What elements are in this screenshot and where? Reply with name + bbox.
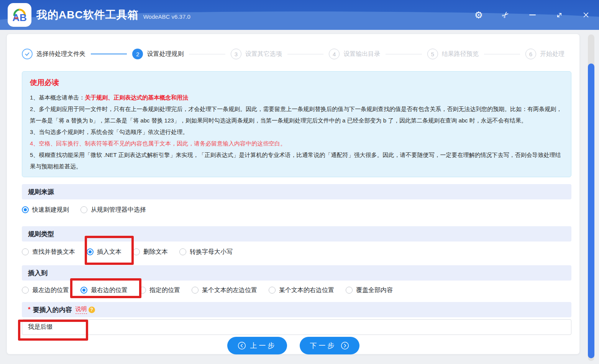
explain-link[interactable]: 说明 xyxy=(75,305,87,314)
app-logo-icon: AB xyxy=(8,3,31,27)
radio-dot xyxy=(269,287,276,294)
insert-position-options: 最左边的位置 最右边的位置 指定的位置 某个文本的左边位置 某个文本的右边位置 … xyxy=(22,285,571,295)
required-asterisk: * xyxy=(28,306,31,313)
step-number: 3 xyxy=(231,49,241,59)
titlebar: AB 我的ABC软件工具箱 WodeABC v6.37.0 ⚙ ✂ xyxy=(0,0,599,30)
wizard-step-3[interactable]: 3 设置其它选项 xyxy=(231,49,282,59)
radio-insert-text[interactable]: 插入文本 xyxy=(87,248,121,256)
step-connector xyxy=(386,54,422,54)
radio-dot xyxy=(22,287,29,294)
step-number: 4 xyxy=(329,49,340,59)
rule-type-options: 查找并替换文本 插入文本 删除文本 转换字母大小写 xyxy=(22,247,571,257)
section-header-insert-content: * 要插入的内容 说明 ? xyxy=(22,302,571,317)
radio-dot xyxy=(192,287,199,294)
concept-help-link[interactable]: 关于规则、正则表达式的基本概念和用法 xyxy=(85,94,188,101)
radio-dot xyxy=(346,287,353,294)
prev-step-button[interactable]: 上一步 xyxy=(227,337,287,354)
rule-source-options: 快速新建规则 从规则管理器中选择 xyxy=(22,205,571,215)
close-button[interactable] xyxy=(579,8,593,22)
chevron-left-circle-icon xyxy=(238,341,246,350)
notice-line-4: 4、空格、回车换行、制表符等看不见的内容也属于文本，因此，请务必留意输入内容中的… xyxy=(30,138,563,149)
notice-line-2: 2、多个规则应用于同一文件时，只有在上一条规则处理完后，才会处理下一条规则。因此… xyxy=(30,103,563,126)
radio-dot xyxy=(139,287,146,294)
notice-line-5: 5、模糊查找功能采用「微软 .NET 正则表达式解析引擎」来实现，「正则表达式」… xyxy=(30,149,563,172)
wizard-step-5[interactable]: 5 结果路径预览 xyxy=(427,49,479,59)
section-header-rule-type: 规则类型 xyxy=(22,226,571,242)
radio-dot xyxy=(87,248,94,255)
chevron-right-circle-icon xyxy=(341,341,349,350)
minimize-icon xyxy=(529,15,536,15)
radio-leftmost-position[interactable]: 最左边的位置 xyxy=(22,286,69,294)
notice-line-1: 1、基本概念请单击：关于规则、正则表达式的基本概念和用法 xyxy=(30,92,563,103)
notice-title: 使用必读 xyxy=(30,78,563,88)
close-icon xyxy=(583,11,589,18)
wizard-step-4[interactable]: 4 设置输出目录 xyxy=(329,49,380,59)
notice-box: 使用必读 1、基本概念请单击：关于规则、正则表达式的基本概念和用法 2、多个规则… xyxy=(22,71,571,177)
radio-dot xyxy=(133,248,140,255)
radio-dot xyxy=(22,206,29,213)
radio-find-replace-text[interactable]: 查找并替换文本 xyxy=(22,248,75,256)
step-connector xyxy=(189,54,225,54)
notice-line-3: 3、当勾选多个规则时，系统会按「勾选顺序」依次进行处理。 xyxy=(30,126,563,138)
radio-right-of-text[interactable]: 某个文本的右边位置 xyxy=(269,286,334,294)
svg-text:AB: AB xyxy=(12,12,27,23)
section-header-rule-source: 规则来源 xyxy=(22,184,571,199)
step-number: 6 xyxy=(525,49,536,59)
next-step-button[interactable]: 下一步 xyxy=(300,337,359,354)
insert-content-label: 要插入的内容 xyxy=(33,305,72,314)
radio-left-of-text[interactable]: 某个文本的左边位置 xyxy=(192,286,257,294)
step-done-check-icon xyxy=(22,49,33,59)
radio-rightmost-position[interactable]: 最右边的位置 xyxy=(80,286,128,294)
radio-overwrite-all[interactable]: 覆盖全部内容 xyxy=(346,286,393,294)
radio-dot xyxy=(179,248,186,255)
radio-dot xyxy=(22,248,29,255)
step-number: 2 xyxy=(132,49,143,59)
step-connector xyxy=(287,54,323,54)
wizard-step-1[interactable]: 选择待处理文件夹 xyxy=(22,49,85,59)
settings-gear-icon[interactable]: ⚙ xyxy=(472,8,486,22)
step-connector xyxy=(91,54,127,54)
minimize-button[interactable] xyxy=(525,8,539,22)
step-number: 5 xyxy=(427,49,438,59)
main-card: 选择待处理文件夹 2 设置处理规则 3 设置其它选项 4 设置输出目录 5 结果… xyxy=(7,34,580,354)
radio-dot xyxy=(80,287,87,294)
insert-content-input[interactable] xyxy=(22,319,571,335)
step-connector xyxy=(484,54,520,54)
app-title: 我的ABC软件工具箱 xyxy=(36,8,139,22)
scissors-icon[interactable]: ✂ xyxy=(499,8,512,22)
resize-icon xyxy=(556,11,563,19)
scrollbar-track[interactable] xyxy=(588,34,594,361)
wizard-step-2[interactable]: 2 设置处理规则 xyxy=(132,49,184,59)
radio-dot xyxy=(80,206,87,213)
radio-specified-position[interactable]: 指定的位置 xyxy=(139,286,180,294)
radio-select-from-manager[interactable]: 从规则管理器中选择 xyxy=(80,206,146,214)
radio-convert-case[interactable]: 转换字母大小写 xyxy=(179,248,233,256)
radio-quick-create-rule[interactable]: 快速新建规则 xyxy=(22,206,69,214)
scrollbar-thumb[interactable] xyxy=(588,64,594,358)
resize-button[interactable] xyxy=(552,8,566,22)
footer-buttons: 上一步 下一步 xyxy=(7,337,579,354)
question-icon[interactable]: ? xyxy=(89,307,95,313)
app-version: WodeABC v6.37.0 xyxy=(143,13,190,20)
step-wizard: 选择待处理文件夹 2 设置处理规则 3 设置其它选项 4 设置输出目录 5 结果… xyxy=(22,46,565,62)
radio-delete-text[interactable]: 删除文本 xyxy=(133,248,168,256)
wizard-step-6[interactable]: 6 开始处理 xyxy=(525,49,565,59)
section-header-insert-position: 插入到 xyxy=(22,265,571,281)
